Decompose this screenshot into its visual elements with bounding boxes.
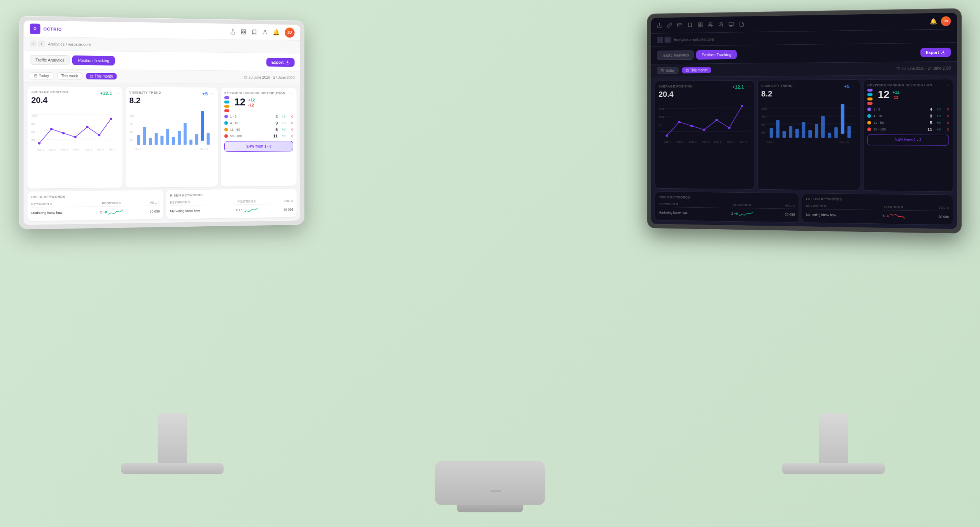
forward-button-dark[interactable]: › [665, 36, 671, 43]
svg-text:Mar 6: Mar 6 [727, 140, 735, 144]
td-position-risen-dark: 2 +8 [723, 211, 762, 217]
svg-rect-50 [143, 127, 146, 145]
svg-text:50: 50 [129, 130, 133, 134]
back-button[interactable]: ‹ [30, 40, 37, 47]
kr-bullet-1-3 [224, 114, 228, 118]
monitor-right: 🔔 JD ‹ › Analytics / website.com Traffic [647, 8, 962, 233]
kr-bullet-50-100-dark [867, 127, 871, 131]
share-icon-dark[interactable] [657, 23, 662, 28]
avg-position-menu-dark[interactable]: ··· [747, 84, 751, 89]
user-avatar-dark[interactable]: JD [941, 16, 951, 26]
svg-rect-53 [161, 136, 164, 145]
link-icon-dark[interactable] [667, 23, 672, 28]
filter-today-label: Today [39, 74, 49, 78]
export-button[interactable]: Export [266, 57, 295, 66]
sort-vol-icon[interactable]: ⇅ [157, 201, 160, 204]
td-vol-2: 20 056 [264, 208, 293, 212]
visibility-value: 8.2 [129, 96, 215, 106]
svg-point-95 [690, 124, 693, 127]
table-data-row-risen-dark: Marketing know how 2 +8 20 056 [659, 208, 795, 218]
table-header-risen-dark: KEYWORD ⇅ POSITION ⇅ VOL ⇅ [659, 201, 795, 209]
svg-rect-126 [841, 104, 845, 134]
svg-text:100: 100 [129, 114, 135, 117]
svg-text:Mar 2: Mar 2 [676, 140, 684, 144]
monitor-stand-left [158, 413, 187, 465]
grid-icon-dark[interactable] [697, 22, 703, 27]
bookmark-icon-dark[interactable] [687, 22, 692, 28]
sort-position-icon[interactable]: ⇅ [118, 202, 121, 205]
table-row: RISEN KEYWORDS KEYWORD ⇅ POSITION ⇅ [27, 189, 297, 221]
th-vol-fallen-dark: VOL ⇅ [915, 205, 949, 210]
avg-position-card-dark: AVERAGE POSITION 20.4 +12.1 ··· [655, 80, 754, 190]
table-data-row-2: Marketing know how 2 +8 20 056 [170, 205, 293, 215]
avg-position-menu[interactable]: ··· [115, 90, 120, 95]
filter-this-month[interactable]: This month [86, 73, 117, 79]
monitor-icon-dark[interactable] [729, 22, 734, 27]
td-keyword-1: Marketing know how [31, 211, 93, 215]
date-range: 20 June 2020 - 27 June 2020 [244, 75, 295, 80]
filter-today[interactable]: Today [30, 72, 53, 79]
th-position-risen-dark: POSITION ⇅ [723, 203, 762, 207]
breadcrumb-dark: Analytics / website.com [674, 37, 714, 42]
risen-keywords-card-2: RISEN KEYWORDS KEYWORD ⇅ POSITION ⇅ [166, 189, 296, 219]
back-button-dark[interactable]: ‹ [657, 37, 663, 43]
th-keyword-1: KEYWORD ⇅ [31, 202, 93, 206]
logo-area: O OCTRIO [30, 24, 62, 35]
kr-row-4-10: 4 - 10 9 +0 0 [224, 121, 293, 125]
file-icon-dark[interactable] [739, 21, 745, 27]
grid-icon[interactable] [241, 29, 247, 35]
tab-traffic-dark[interactable]: Traffic Analytics [657, 50, 694, 60]
filter-today-dark[interactable]: Today [657, 67, 678, 74]
svg-rect-67 [698, 25, 700, 27]
tabs-area: Traffic Analytics Position Tracking Expo… [24, 51, 300, 71]
user-plus-icon-dark[interactable] [718, 22, 724, 27]
sparkline-1 [108, 209, 123, 215]
date-range-label-dark: 20 June 2020 - 27 June 2020 [902, 66, 951, 71]
kr-big-number-dark: 12 [878, 89, 889, 101]
keyword-ranking-menu-dark[interactable]: ··· [945, 83, 950, 88]
svg-rect-56 [178, 131, 181, 144]
cta-box-dark[interactable]: 9.4% from 1 - 3 [867, 134, 949, 145]
cta-box[interactable]: 9.4% from 1 - 3 [224, 141, 293, 152]
user-avatar[interactable]: JD [285, 27, 295, 38]
svg-text:25: 25 [129, 138, 133, 142]
date-range-dark: 20 June 2020 - 27 June 2020 [896, 66, 951, 71]
filter-this-week[interactable]: This week [57, 73, 82, 80]
kr-row-50-100-dark: 50 - 100 11 +0 0 [867, 127, 949, 132]
visibility-menu-dark[interactable]: ··· [853, 83, 857, 89]
forward-button[interactable]: › [38, 40, 45, 47]
svg-text:100: 100 [761, 107, 767, 111]
monitor-left: O OCTRIO 🔔 JD ‹ [19, 16, 305, 229]
th-position-fallen-dark: POSITION ⇅ [873, 205, 915, 210]
tab-position-tracking[interactable]: Position Tracking [72, 55, 115, 65]
svg-rect-124 [828, 133, 831, 138]
th-vol-2: VOL ⇅ [264, 199, 293, 203]
tab-traffic-analytics[interactable]: Traffic Analytics [30, 55, 70, 65]
tab-position-dark[interactable]: Position Tracking [696, 49, 737, 59]
keyword-ranking-menu[interactable]: ··· [290, 91, 294, 97]
avg-position-card: AVERAGE POSITION 20.4 +12.1 ··· [27, 86, 123, 189]
svg-rect-61 [207, 133, 210, 145]
user-icon[interactable] [262, 29, 267, 35]
ui-light: O OCTRIO 🔔 JD ‹ [24, 21, 300, 225]
sort-keyword-icon[interactable]: ⇅ [50, 202, 52, 205]
monitor-stand-right [819, 413, 848, 465]
sort-keyword-risen-icon[interactable]: ⇅ [676, 203, 678, 206]
filter-month-dark[interactable]: This month [682, 67, 711, 73]
svg-rect-68 [701, 25, 702, 27]
bell-icon-dark[interactable]: 🔔 [930, 18, 937, 25]
svg-text:100: 100 [659, 115, 664, 119]
bell-icon[interactable]: 🔔 [273, 29, 280, 35]
export-button-dark[interactable]: Export [921, 48, 951, 57]
share-icon[interactable] [230, 29, 236, 35]
users-icon-dark[interactable] [708, 22, 713, 27]
sparkline-2 [243, 207, 258, 213]
sparkline-risen-dark [739, 211, 753, 217]
bookmark-icon[interactable] [251, 29, 257, 35]
mail-icon-dark[interactable] [677, 22, 682, 28]
pill-11-50-dark [867, 97, 873, 100]
visibility-menu[interactable]: ··· [211, 90, 215, 96]
visibility-delta-dark: +5 [844, 84, 850, 89]
svg-text:40: 40 [31, 138, 35, 142]
td-position-1: 2 +8 [93, 209, 130, 215]
